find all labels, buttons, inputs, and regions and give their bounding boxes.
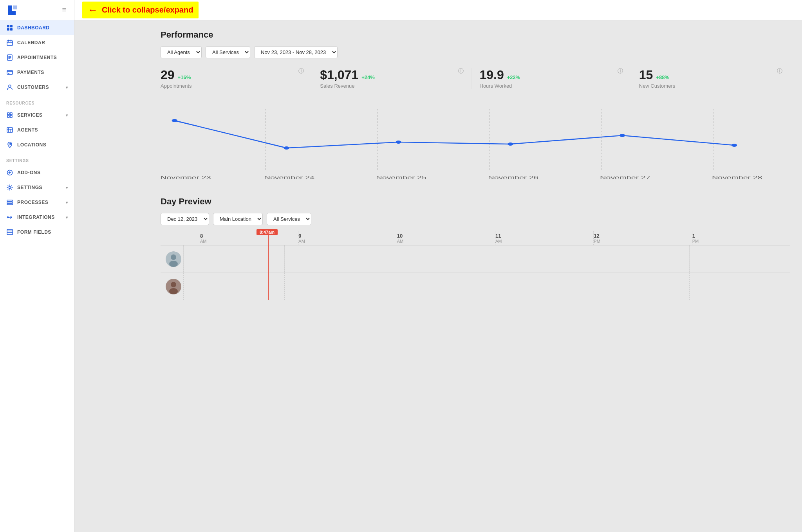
svg-rect-21 xyxy=(7,202,13,203)
sidebar-item-agents[interactable]: AGENTS xyxy=(0,123,74,137)
agents-filter[interactable]: All Agents xyxy=(161,46,202,58)
settings-chevron: ▾ xyxy=(66,186,68,190)
sidebar-item-customers[interactable]: CUSTOMERS ▾ xyxy=(0,80,74,95)
avatar xyxy=(166,279,181,294)
resources-section: RESOURCES SERVICES ▾ AGENTS xyxy=(0,95,74,152)
calendar-icon xyxy=(6,39,13,46)
hour-9: 9 AM xyxy=(298,231,396,245)
integrations-icon xyxy=(6,214,13,221)
sidebar-item-label: INTEGRATIONS xyxy=(17,215,55,220)
stat-value-revenue: $1,071 xyxy=(320,68,358,82)
agent-avatar-1 xyxy=(166,251,181,267)
svg-rect-20 xyxy=(7,204,13,205)
svg-point-41 xyxy=(171,282,176,287)
hour-8: 8 AM xyxy=(200,231,298,245)
performance-chart: November 23 November 24 November 25 Nove… xyxy=(161,105,790,185)
sidebar-item-integrations[interactable]: INTEGRATIONS ▾ xyxy=(0,210,74,225)
svg-point-11 xyxy=(9,85,11,87)
svg-rect-5 xyxy=(7,28,9,31)
agents-icon xyxy=(6,126,13,133)
sidebar-item-label: SETTINGS xyxy=(17,185,42,190)
stat-value-customers: 15 xyxy=(639,68,653,82)
sidebar-item-dashboard[interactable]: DASHBOARD xyxy=(0,20,74,35)
row-cells-1 xyxy=(183,245,790,272)
sidebar-item-processes[interactable]: PROCESSES ▾ xyxy=(0,195,74,210)
chart-label-nov27: November 27 xyxy=(600,175,650,180)
sidebar-item-label: DASHBOARD xyxy=(17,25,50,31)
stat-label-revenue: Sales Revenue xyxy=(320,83,463,89)
hamburger-button[interactable]: ≡ xyxy=(60,4,68,16)
day-preview-section: Day Preview Dec 12, 2023 Main Location A… xyxy=(161,197,790,300)
row-cell xyxy=(386,273,487,300)
daterange-filter[interactable]: Nov 23, 2023 - Nov 28, 2023 xyxy=(254,46,338,58)
stats-row: ⓘ 29 +16% Appointments ⓘ $1,071 +24% Sal… xyxy=(161,68,790,97)
sidebar-item-services[interactable]: SERVICES ▾ xyxy=(0,108,74,123)
sidebar-item-label: APPOINTMENTS xyxy=(17,55,57,60)
date-filter[interactable]: Dec 12, 2023 xyxy=(161,213,209,225)
current-time-marker xyxy=(268,231,269,300)
sidebar-item-appointments[interactable]: APPOINTMENTS xyxy=(0,50,74,65)
sidebar: ≡ DASHBOARD CALENDAR xyxy=(0,0,74,532)
table-row xyxy=(161,245,790,273)
svg-point-17 xyxy=(9,143,11,145)
stat-info-icon-revenue[interactable]: ⓘ xyxy=(458,68,464,75)
sidebar-item-payments[interactable]: PAYMENTS xyxy=(0,65,74,80)
svg-point-35 xyxy=(620,134,625,137)
location-filter[interactable]: Main Location xyxy=(213,213,263,225)
sidebar-item-label: FORM FIELDS xyxy=(17,229,51,235)
main-nav: DASHBOARD CALENDAR APPOINTMENTS xyxy=(0,20,74,95)
svg-rect-13 xyxy=(10,113,12,115)
stat-change-hours: +22% xyxy=(507,74,520,80)
hour-11: 11 AM xyxy=(495,231,593,245)
sidebar-item-formfields[interactable]: FORM FIELDS xyxy=(0,225,74,240)
main-content: Performance All Agents All Services Nov … xyxy=(149,20,802,532)
stat-info-icon-hours[interactable]: ⓘ xyxy=(618,68,623,75)
stat-customers: ⓘ 15 +88% New Customers xyxy=(631,68,790,89)
avatar-cell-1 xyxy=(164,251,183,267)
chart-label-nov26: November 26 xyxy=(488,175,538,180)
services-filter[interactable]: All Services xyxy=(206,46,250,58)
stat-info-icon-customers[interactable]: ⓘ xyxy=(777,68,782,75)
agent-avatar-2 xyxy=(166,279,181,294)
sidebar-item-settings[interactable]: SETTINGS ▾ xyxy=(0,180,74,195)
current-time-label: 8:47am xyxy=(256,229,278,235)
svg-rect-9 xyxy=(7,70,13,74)
annotation-text: Click to collapse/expand xyxy=(102,5,193,14)
stat-change-appointments: +16% xyxy=(178,74,191,80)
services-chevron: ▾ xyxy=(66,113,68,117)
svg-rect-7 xyxy=(7,41,13,45)
svg-point-33 xyxy=(396,141,401,144)
chart-label-nov28: November 28 xyxy=(712,175,762,180)
sidebar-item-label: ADD-ONS xyxy=(17,170,41,175)
svg-rect-1 xyxy=(8,11,16,15)
svg-rect-22 xyxy=(7,200,13,201)
hour-12: 12 PM xyxy=(593,231,692,245)
sidebar-item-label: SERVICES xyxy=(17,112,42,118)
sidebar-item-locations[interactable]: LOCATIONS xyxy=(0,137,74,152)
services-icon xyxy=(6,112,13,119)
svg-rect-16 xyxy=(7,128,13,132)
svg-point-36 xyxy=(732,144,737,147)
sidebar-item-calendar[interactable]: CALENDAR xyxy=(0,35,74,50)
avatar xyxy=(166,251,181,267)
svg-rect-3 xyxy=(7,25,9,27)
sidebar-item-addons[interactable]: ADD-ONS xyxy=(0,165,74,180)
svg-point-34 xyxy=(508,142,513,146)
day-services-filter[interactable]: All Services xyxy=(267,213,311,225)
sidebar-item-label: PAYMENTS xyxy=(17,70,44,75)
settings-label: SETTINGS xyxy=(0,152,74,165)
row-cell xyxy=(183,245,284,272)
processes-icon xyxy=(6,199,13,206)
hour-10: 10 AM xyxy=(397,231,495,245)
row-cell xyxy=(284,245,385,272)
settings-section: SETTINGS ADD-ONS SETTINGS ▾ xyxy=(0,152,74,240)
stat-revenue: ⓘ $1,071 +24% Sales Revenue xyxy=(312,68,471,89)
row-cell xyxy=(487,245,588,272)
customers-chevron: ▾ xyxy=(66,85,68,90)
row-cell xyxy=(689,273,790,300)
svg-point-38 xyxy=(171,254,176,260)
timeline-rows xyxy=(161,245,790,300)
stat-hours: ⓘ 19.9 +22% Hours Worked xyxy=(472,68,631,89)
topbar: ← Click to collapse/expand xyxy=(74,0,802,20)
stat-info-icon[interactable]: ⓘ xyxy=(298,68,304,75)
